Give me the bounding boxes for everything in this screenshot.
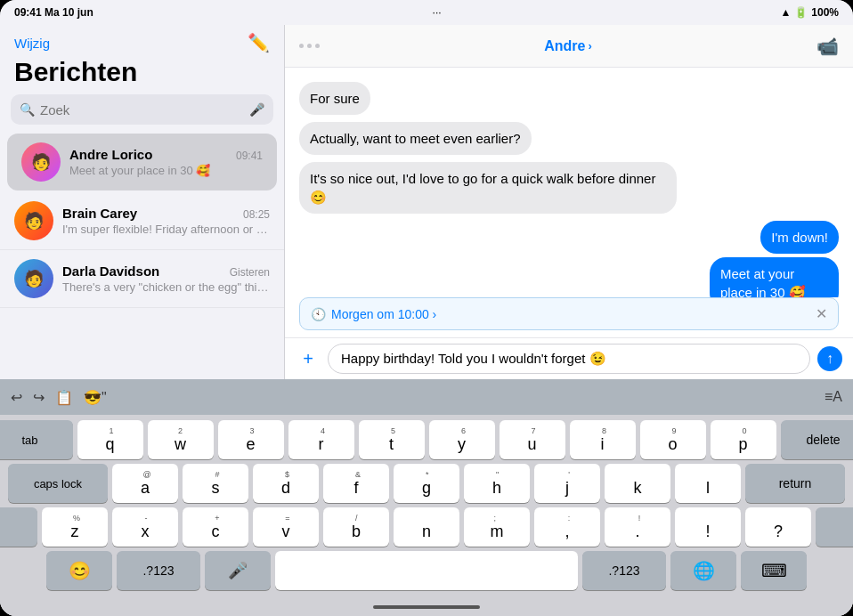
key-row-2: caps lock @a #s $d &f *g "h 'j k l retur… — [4, 464, 849, 503]
key-i[interactable]: 8i — [570, 420, 636, 459]
wifi-icon: ▲ — [780, 6, 791, 19]
add-attachment-button[interactable]: + — [296, 346, 321, 371]
status-right: ▲ 🔋 100% — [780, 6, 839, 19]
key-q[interactable]: 1q — [77, 420, 143, 459]
key-shift-left[interactable]: shift — [0, 507, 37, 547]
key-m[interactable]: ;m — [464, 507, 530, 547]
home-bar — [373, 605, 480, 609]
conversation-item-darla[interactable]: 🧑 Darla Davidson Gisteren There's a very… — [0, 250, 284, 308]
key-tab[interactable]: tab — [0, 420, 73, 459]
message-input[interactable] — [328, 344, 810, 374]
conv-preview-andre: Meet at your place in 30 🥰 — [69, 164, 263, 177]
avatar-andre: 🧑 — [21, 142, 61, 182]
video-call-icon[interactable]: 📹 — [816, 36, 839, 57]
key-space[interactable] — [275, 551, 578, 590]
keyboard-area: ↩ ↪ 📋 😎" ≡A tab 1q 2w 3e 4r 5t 6y 7u 8i … — [0, 379, 853, 616]
clipboard-button[interactable]: 📋 — [55, 389, 73, 406]
messages-header: Wijzig ✏️ — [0, 25, 284, 57]
key-a[interactable]: @a — [112, 464, 178, 503]
conv-time-darla: Gisteren — [230, 266, 270, 279]
reminder-text[interactable]: Morgen om 10:00 › — [331, 307, 436, 321]
key-r[interactable]: 4r — [288, 420, 354, 459]
conversation-list: 🧑 Andre Lorico 09:41 Meet at your place … — [0, 132, 284, 379]
message-for-sure: For sure — [299, 82, 370, 115]
send-button[interactable]: ↑ — [817, 346, 842, 371]
conv-preview-brain: I'm super flexible! Friday afternoon or … — [62, 223, 270, 236]
key-row-1: tab 1q 2w 3e 4r 5t 6y 7u 8i 9o 0p delete — [4, 420, 849, 459]
key-123-right[interactable]: .?123 — [582, 551, 666, 590]
key-period[interactable]: !. — [605, 507, 670, 547]
key-h[interactable]: "h — [464, 464, 530, 503]
key-return[interactable]: return — [745, 464, 845, 503]
header-dots — [299, 44, 320, 48]
clock-icon: 🕙 — [311, 307, 326, 321]
key-k[interactable]: k — [605, 464, 670, 503]
chat-panel: Andre › 📹 For sure Actually, want to mee… — [285, 25, 853, 379]
main-content: Wijzig ✏️ Berichten 🔍 🎤 🧑 Andre Lorico 0… — [0, 25, 853, 379]
key-s[interactable]: #s — [183, 464, 248, 503]
conv-info-brain: Brain Carey 08:25 I'm super flexible! Fr… — [62, 206, 270, 236]
text-format-button[interactable]: ≡A — [825, 389, 842, 405]
key-caps-lock[interactable]: caps lock — [8, 464, 108, 503]
redo-button[interactable]: ↪ — [33, 389, 45, 406]
search-input[interactable] — [40, 102, 244, 118]
key-123-left[interactable]: .?123 — [117, 551, 200, 590]
key-x[interactable]: -x — [112, 507, 178, 547]
conv-name-brain: Brain Carey — [62, 206, 137, 221]
key-v[interactable]: =v — [253, 507, 319, 547]
key-d[interactable]: $d — [253, 464, 319, 503]
key-o[interactable]: 9o — [640, 420, 706, 459]
key-shift-right[interactable]: shift — [816, 507, 853, 547]
key-f[interactable]: &f — [323, 464, 389, 503]
undo-button[interactable]: ↩ — [11, 389, 22, 406]
key-exclaim[interactable]: ! — [675, 507, 741, 547]
key-microphone[interactable]: 🎤 — [205, 551, 271, 590]
key-t[interactable]: 5t — [359, 420, 425, 459]
key-emoji[interactable]: 😊 — [46, 551, 112, 590]
conv-info-andre: Andre Lorico 09:41 Meet at your place in… — [69, 147, 263, 177]
key-comma[interactable]: :, — [534, 507, 600, 547]
key-b[interactable]: /b — [323, 507, 389, 547]
key-c[interactable]: +c — [183, 507, 248, 547]
chevron-right-icon: › — [588, 39, 591, 53]
status-bar: 09:41 Ma 10 jun ··· ▲ 🔋 100% — [0, 0, 853, 25]
key-l[interactable]: l — [675, 464, 741, 503]
key-j[interactable]: 'j — [534, 464, 600, 503]
key-globe[interactable]: 🌐 — [670, 551, 736, 590]
edit-button[interactable]: Wijzig — [14, 36, 50, 51]
chat-contact-name[interactable]: Andre › — [544, 38, 592, 54]
compose-button[interactable]: ✏️ — [248, 32, 270, 53]
conv-preview-darla: There's a very "chicken or the egg" thin… — [62, 280, 270, 294]
berichten-title: Berichten — [0, 57, 284, 94]
key-w[interactable]: 2w — [148, 420, 214, 459]
key-p[interactable]: 0p — [711, 420, 776, 459]
keyboard-rows: tab 1q 2w 3e 4r 5t 6y 7u 8i 9o 0p delete… — [0, 415, 853, 598]
emoji-button[interactable]: 😎" — [84, 389, 107, 406]
conv-info-darla: Darla Davidson Gisteren There's a very "… — [62, 263, 270, 294]
home-indicator — [0, 598, 853, 616]
key-g[interactable]: *g — [394, 464, 459, 503]
message-im-down: I'm down! — [760, 221, 839, 254]
key-delete[interactable]: delete — [781, 420, 854, 459]
battery-icon: 🔋 — [794, 6, 808, 19]
key-row-3: shift %z -x +c =v /b n ;m :, !. ! ? shif… — [4, 507, 849, 547]
key-z[interactable]: %z — [42, 507, 108, 547]
key-question[interactable]: ? — [745, 507, 811, 547]
conversation-item-brain[interactable]: 🧑 Brain Carey 08:25 I'm super flexible! … — [0, 192, 284, 250]
input-area: + ↑ — [285, 337, 853, 379]
status-center: ··· — [433, 6, 442, 19]
key-n[interactable]: n — [394, 507, 459, 547]
conv-name-andre: Andre Lorico — [69, 147, 152, 162]
reminder-close-button[interactable]: ✕ — [816, 305, 827, 322]
avatar-brain: 🧑 — [14, 201, 53, 240]
keyboard-toolbar: ↩ ↪ 📋 😎" ≡A — [0, 379, 853, 415]
key-e[interactable]: 3e — [218, 420, 284, 459]
key-u[interactable]: 7u — [500, 420, 565, 459]
conversation-item-andre[interactable]: 🧑 Andre Lorico 09:41 Meet at your place … — [7, 134, 277, 190]
key-keyboard-hide[interactable]: ⌨ — [741, 551, 807, 590]
key-y[interactable]: 6y — [429, 420, 495, 459]
message-meet-place: Meet at your place in 30 🥰 — [710, 257, 839, 297]
message-earlier: Actually, want to meet even earlier? — [299, 122, 532, 155]
search-icon: 🔍 — [20, 102, 35, 117]
search-bar[interactable]: 🔍 🎤 — [11, 94, 273, 125]
